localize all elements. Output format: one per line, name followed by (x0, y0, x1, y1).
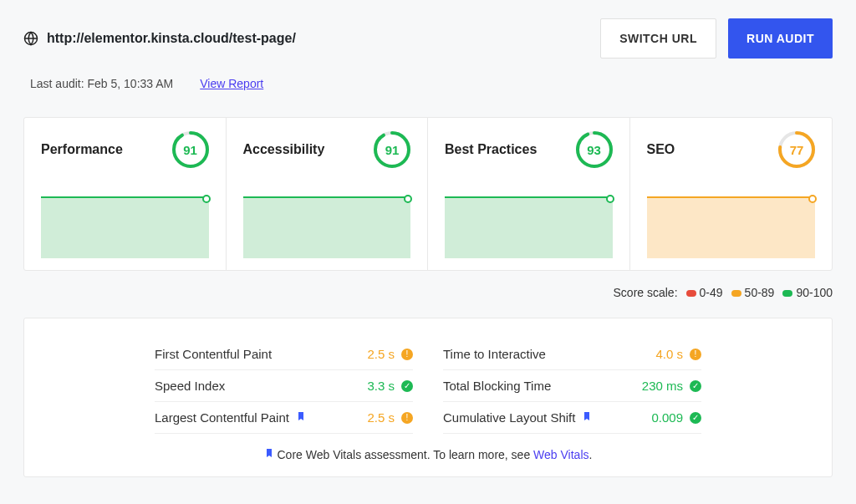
score-donut: 91 (374, 131, 410, 168)
score-card-seo[interactable]: SEO 77 (630, 118, 833, 270)
score-title: Performance (41, 142, 123, 157)
score-title: SEO (647, 142, 675, 157)
score-cards: Performance 91 Accessibility 91 Be (23, 117, 833, 271)
bookmark-icon (296, 410, 306, 425)
metric-row: Speed Index 3.3 s ✓ (155, 370, 413, 402)
dot-red-icon (686, 290, 696, 297)
web-vitals-link[interactable]: Web Vitals (533, 448, 588, 461)
metric-row: Total Blocking Time 230 ms ✓ (443, 370, 701, 402)
metric-label: Largest Contentful Paint (155, 410, 306, 425)
metric-label: Time to Interactive (443, 347, 546, 361)
metric-value: 4.0 s ! (655, 347, 701, 361)
metric-row: Largest Contentful Paint 2.5 s ! (155, 402, 413, 434)
metric-value: 0.009 ✓ (651, 410, 701, 425)
url-block: http://elementor.kinsta.cloud/test-page/ (23, 31, 296, 46)
footer-note: Core Web Vitals assessment. To learn mor… (155, 447, 701, 461)
score-spark (445, 196, 613, 258)
score-donut: 93 (576, 131, 613, 168)
score-title: Best Practices (445, 142, 537, 157)
metric-value: 2.5 s ! (367, 410, 413, 425)
last-audit-text: Last audit: Feb 5, 10:33 AM (30, 77, 173, 90)
metric-value: 3.3 s ✓ (367, 379, 413, 393)
switch-url-button[interactable]: SWITCH URL (600, 18, 716, 59)
status-green-icon: ✓ (690, 380, 701, 392)
metric-label: Total Blocking Time (443, 379, 551, 393)
score-spark (243, 196, 411, 258)
score-spark (647, 196, 816, 258)
metric-label: Cumulative Layout Shift (443, 410, 592, 425)
dot-green-icon (782, 290, 792, 297)
status-green-icon: ✓ (401, 380, 413, 392)
metric-row: Cumulative Layout Shift 0.009 ✓ (443, 402, 701, 434)
score-scale: Score scale: 0-49 50-89 90-100 (23, 286, 833, 299)
run-audit-button[interactable]: RUN AUDIT (728, 18, 833, 59)
metric-value: 230 ms ✓ (642, 379, 701, 393)
page-url: http://elementor.kinsta.cloud/test-page/ (47, 31, 296, 46)
metric-label: First Contentful Paint (155, 347, 272, 361)
score-card-best-practices[interactable]: Best Practices 93 (428, 118, 630, 270)
metric-row: First Contentful Paint 2.5 s ! (155, 339, 413, 370)
score-card-performance[interactable]: Performance 91 (24, 118, 227, 270)
status-orange-icon: ! (401, 349, 413, 360)
score-spark (41, 196, 209, 258)
status-orange-icon: ! (690, 349, 701, 360)
status-green-icon: ✓ (690, 412, 701, 424)
dot-orange-icon (731, 290, 741, 297)
bookmark-icon (264, 448, 278, 461)
score-donut: 77 (778, 131, 815, 168)
score-card-accessibility[interactable]: Accessibility 91 (227, 118, 429, 270)
score-title: Accessibility (243, 142, 325, 157)
bookmark-icon (582, 410, 592, 425)
status-orange-icon: ! (401, 412, 413, 424)
globe-icon (23, 31, 38, 46)
metric-value: 2.5 s ! (367, 347, 413, 361)
metric-row: Time to Interactive 4.0 s ! (443, 339, 701, 370)
view-report-link[interactable]: View Report (200, 77, 263, 90)
metrics-panel: First Contentful Paint 2.5 s ! Speed Ind… (23, 318, 833, 477)
metric-label: Speed Index (155, 379, 225, 393)
score-donut: 91 (172, 131, 209, 168)
